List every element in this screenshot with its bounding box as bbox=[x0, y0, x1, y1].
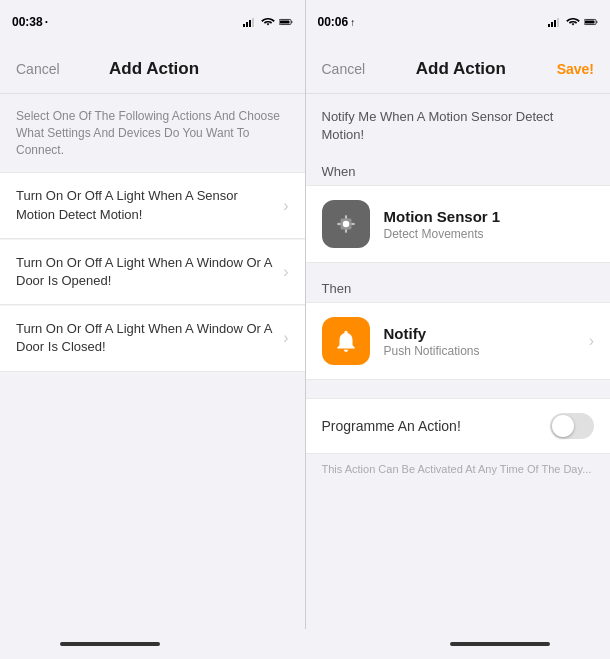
when-label: When bbox=[306, 148, 611, 185]
when-card[interactable]: Motion Sensor 1 Detect Movements bbox=[306, 185, 611, 263]
svg-rect-1 bbox=[246, 22, 248, 27]
signal-icon-right bbox=[548, 17, 562, 27]
svg-rect-12 bbox=[596, 21, 597, 23]
signal-icon-left bbox=[243, 17, 257, 27]
action-item-opened[interactable]: Turn On Or Off A Light When A Window Or … bbox=[0, 240, 305, 305]
svg-rect-2 bbox=[249, 20, 251, 27]
right-title: Add Action bbox=[365, 59, 557, 79]
time-left: 00:38 bbox=[12, 15, 43, 29]
svg-rect-5 bbox=[291, 21, 292, 23]
svg-rect-16 bbox=[344, 216, 346, 219]
programme-toggle[interactable] bbox=[550, 413, 594, 439]
chevron-icon-closed: › bbox=[283, 329, 288, 347]
battery-icon-left bbox=[279, 17, 293, 27]
svg-rect-18 bbox=[337, 223, 340, 225]
sensor-icon-container bbox=[322, 200, 370, 248]
home-indicator-right bbox=[450, 642, 550, 646]
programme-label: Programme An Action! bbox=[322, 418, 461, 434]
home-indicator-left bbox=[60, 642, 160, 646]
arrow-right: ↑ bbox=[350, 17, 355, 28]
chevron-icon-opened: › bbox=[283, 263, 288, 281]
right-cancel-button[interactable]: Cancel bbox=[322, 61, 366, 77]
right-panel: Cancel Add Action Save! Notify Me When A… bbox=[306, 44, 611, 629]
left-nav-bar: Cancel Add Action bbox=[0, 44, 305, 94]
sensor-icon bbox=[333, 211, 359, 237]
bell-icon bbox=[333, 328, 359, 354]
then-chevron-icon: › bbox=[589, 332, 594, 350]
programme-row: Programme An Action! bbox=[306, 398, 611, 454]
programme-hint: This Action Can Be Activated At Any Time… bbox=[306, 454, 611, 485]
notify-title: Notify bbox=[384, 325, 575, 342]
action-item-closed-text: Turn On Or Off A Light When A Window Or … bbox=[16, 320, 283, 356]
chevron-icon-motion: › bbox=[283, 197, 288, 215]
action-item-closed[interactable]: Turn On Or Off A Light When A Window Or … bbox=[0, 306, 305, 371]
action-list: Turn On Or Off A Light When A Sensor Mot… bbox=[0, 168, 305, 372]
svg-rect-7 bbox=[548, 24, 550, 27]
dot-left: · bbox=[45, 15, 48, 29]
notify-icon-container bbox=[322, 317, 370, 365]
action-item-motion[interactable]: Turn On Or Off A Light When A Sensor Mot… bbox=[0, 172, 305, 238]
action-item-motion-text: Turn On Or Off A Light When A Sensor Mot… bbox=[16, 187, 283, 223]
panels: Cancel Add Action Select One Of The Foll… bbox=[0, 44, 610, 629]
status-icons-left bbox=[243, 17, 293, 27]
then-card[interactable]: Notify Push Notifications › bbox=[306, 302, 611, 380]
when-card-info: Motion Sensor 1 Detect Movements bbox=[384, 208, 595, 241]
wifi-icon-right bbox=[566, 17, 580, 27]
time-right: 00:06 bbox=[318, 15, 349, 29]
svg-rect-13 bbox=[585, 20, 595, 23]
home-area bbox=[0, 629, 610, 659]
status-bar: 00:38 · 00:06 ↑ bbox=[0, 0, 610, 44]
status-icons-right bbox=[548, 17, 598, 27]
notify-subtitle: Push Notifications bbox=[384, 344, 575, 358]
left-cancel-button[interactable]: Cancel bbox=[16, 61, 60, 77]
svg-rect-17 bbox=[344, 230, 346, 233]
then-card-info: Notify Push Notifications bbox=[384, 325, 575, 358]
battery-icon-right bbox=[584, 17, 598, 27]
svg-rect-6 bbox=[279, 20, 289, 23]
svg-rect-9 bbox=[554, 20, 556, 27]
wifi-icon-left bbox=[261, 17, 275, 27]
svg-rect-19 bbox=[351, 223, 354, 225]
svg-point-15 bbox=[342, 221, 349, 228]
status-bar-left: 00:38 · bbox=[0, 0, 305, 44]
sensor-title: Motion Sensor 1 bbox=[384, 208, 595, 225]
svg-rect-3 bbox=[252, 18, 254, 27]
right-nav-bar: Cancel Add Action Save! bbox=[306, 44, 611, 94]
status-bar-right: 00:06 ↑ bbox=[305, 0, 611, 44]
sensor-subtitle: Detect Movements bbox=[384, 227, 595, 241]
left-panel: Cancel Add Action Select One Of The Foll… bbox=[0, 44, 306, 629]
then-label: Then bbox=[306, 265, 611, 302]
right-save-button[interactable]: Save! bbox=[557, 61, 594, 77]
svg-rect-0 bbox=[243, 24, 245, 27]
svg-rect-8 bbox=[551, 22, 553, 27]
action-item-opened-text: Turn On Or Off A Light When A Window Or … bbox=[16, 254, 283, 290]
left-title: Add Action bbox=[60, 59, 249, 79]
svg-rect-10 bbox=[557, 18, 559, 27]
right-subtitle: Notify Me When A Motion Sensor Detect Mo… bbox=[306, 94, 611, 148]
left-description: Select One Of The Following Actions And … bbox=[0, 94, 305, 168]
